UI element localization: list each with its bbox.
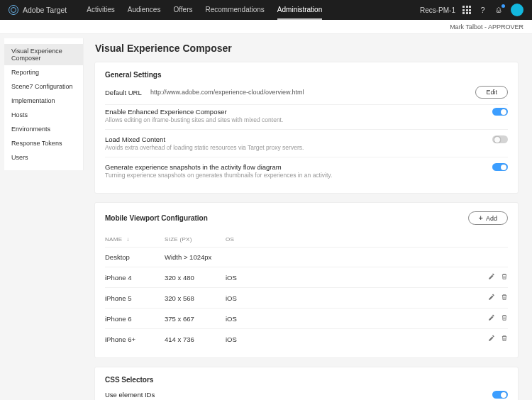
general-setting-1: Load Mixed ContentAvoids extra overhead … xyxy=(105,129,508,157)
table-header: Name↓ Size (px) OS xyxy=(105,232,508,247)
toggle[interactable] xyxy=(492,108,508,116)
sort-down-icon: ↓ xyxy=(126,236,129,243)
nav-recommendations[interactable]: Recommendations xyxy=(205,1,264,20)
delete-icon[interactable] xyxy=(501,314,508,323)
edit-icon[interactable] xyxy=(488,273,495,282)
nav-administration[interactable]: Administration xyxy=(277,1,322,20)
css-setting-0: Use element IDsDisable if the same ID is… xyxy=(105,391,508,400)
edit-button[interactable]: Edit xyxy=(475,86,508,99)
topbar-right: Recs-PM-1 ? 🕭 xyxy=(420,4,523,16)
viewport-name: Desktop xyxy=(105,253,165,261)
default-url-value: http://www.adobe.com/experience-cloud/ov… xyxy=(148,89,475,96)
card-title: General Settings xyxy=(105,71,508,79)
sidebar-item-reporting[interactable]: Reporting xyxy=(4,65,83,79)
viewport-name: iPhone 6+ xyxy=(105,335,165,343)
toggle[interactable] xyxy=(492,391,508,399)
setting-title: Enable Enhanced Experience Composer xyxy=(105,108,485,116)
sidebar-item-users[interactable]: Users xyxy=(4,150,83,165)
viewport-size: Width > 1024px xyxy=(165,253,226,261)
viewport-size: 320 x 568 xyxy=(165,294,226,302)
card-title: Mobile Viewport Configuration xyxy=(105,214,208,222)
col-size[interactable]: Size (px) xyxy=(165,236,226,243)
edit-icon[interactable] xyxy=(488,294,495,302)
user-role: Mark Talbot - APPROVER xyxy=(450,23,523,30)
viewport-os: iOS xyxy=(226,315,480,323)
edit-icon[interactable] xyxy=(488,314,495,323)
add-viewport-button[interactable]: +Add xyxy=(468,211,508,225)
sidebar-item-hosts[interactable]: Hosts xyxy=(4,108,83,122)
nav-activities[interactable]: Activities xyxy=(87,1,114,20)
toggle[interactable] xyxy=(492,163,508,171)
viewport-row: iPhone 6+414 x 736iOS xyxy=(105,328,508,349)
edit-icon[interactable] xyxy=(488,335,495,343)
sidebar-item-implementation[interactable]: Implementation xyxy=(4,94,83,108)
viewport-row: DesktopWidth > 1024px xyxy=(105,247,508,267)
setting-title: Use element IDs xyxy=(105,391,485,399)
sidebar-item-visual-experience-composer[interactable]: Visual Experience Composer xyxy=(4,44,83,65)
top-nav: ActivitiesAudiencesOffersRecommendations… xyxy=(87,1,322,20)
default-url-label: Default URL xyxy=(105,89,148,96)
viewport-os: iOS xyxy=(226,294,480,302)
delete-icon[interactable] xyxy=(501,273,508,282)
viewport-os: iOS xyxy=(226,335,480,343)
target-logo-icon xyxy=(9,5,18,15)
viewport-name: iPhone 4 xyxy=(105,274,165,282)
setting-desc: Avoids extra overhead of loading static … xyxy=(105,144,485,151)
top-bar: Adobe Target ActivitiesAudiencesOffersRe… xyxy=(0,0,532,20)
setting-desc: Allows editing on iframe-busting sites a… xyxy=(105,116,485,123)
nav-offers[interactable]: Offers xyxy=(173,1,192,20)
viewport-size: 320 x 480 xyxy=(165,274,226,282)
user-bar: Mark Talbot - APPROVER xyxy=(0,20,532,34)
delete-icon[interactable] xyxy=(501,335,508,343)
brand-name: Adobe Target xyxy=(23,6,67,14)
setting-desc: Turning experience snapshots on generate… xyxy=(105,172,485,179)
viewport-os: iOS xyxy=(226,274,480,282)
default-url-row: Default URL http://www.adobe.com/experie… xyxy=(105,86,508,105)
general-setting-0: Enable Enhanced Experience ComposerAllow… xyxy=(105,108,508,129)
workspace-label[interactable]: Recs-PM-1 xyxy=(420,6,455,14)
viewport-card: Mobile Viewport Configuration +Add Name↓… xyxy=(95,203,518,357)
main-content: Visual Experience Composer General Setti… xyxy=(84,34,532,400)
plus-icon: + xyxy=(479,214,483,222)
sidebar-item-response-tokens[interactable]: Response Tokens xyxy=(4,136,83,150)
card-title: CSS Selectors xyxy=(105,376,508,384)
sidebar: Visual Experience ComposerReportingScene… xyxy=(4,38,84,170)
page-title: Visual Experience Composer xyxy=(95,43,518,54)
viewport-row: iPhone 5320 x 568iOS xyxy=(105,287,508,308)
viewport-size: 375 x 667 xyxy=(165,315,226,323)
viewport-size: 414 x 736 xyxy=(165,335,226,343)
viewport-row: iPhone 6375 x 667iOS xyxy=(105,308,508,328)
delete-icon[interactable] xyxy=(501,294,508,302)
nav-audiences[interactable]: Audiences xyxy=(128,1,161,20)
viewport-name: iPhone 6 xyxy=(105,315,165,323)
app-switcher-icon[interactable] xyxy=(462,6,471,14)
sidebar-item-scene7-configuration[interactable]: Scene7 Configuration xyxy=(4,79,83,94)
viewport-name: iPhone 5 xyxy=(105,294,165,302)
help-icon[interactable]: ? xyxy=(478,6,487,15)
sidebar-item-environments[interactable]: Environments xyxy=(4,122,83,136)
viewport-row: iPhone 4320 x 480iOS xyxy=(105,267,508,287)
setting-title: Generate experience snapshots in the act… xyxy=(105,163,485,171)
setting-title: Load Mixed Content xyxy=(105,135,485,143)
col-name[interactable]: Name↓ xyxy=(105,236,165,243)
avatar[interactable] xyxy=(511,4,523,16)
general-settings-card: General Settings Default URL http://www.… xyxy=(95,62,518,193)
brand: Adobe Target xyxy=(9,5,67,15)
col-os[interactable]: OS xyxy=(226,236,480,243)
general-setting-2: Generate experience snapshots in the act… xyxy=(105,157,508,184)
css-selectors-card: CSS Selectors Use element IDsDisable if … xyxy=(95,367,518,400)
toggle[interactable] xyxy=(492,135,508,143)
notifications-icon[interactable]: 🕭 xyxy=(494,6,504,15)
